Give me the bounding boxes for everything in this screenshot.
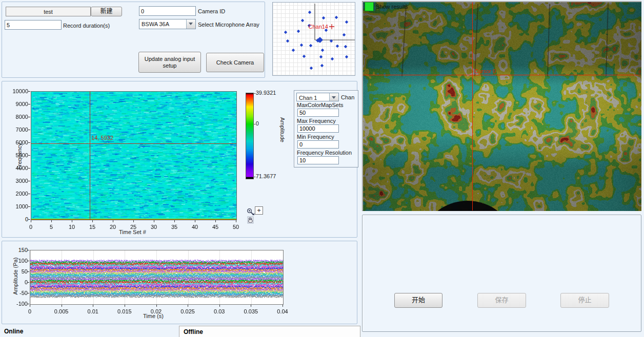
offline-panel-titlebar: Offline <box>179 326 360 337</box>
online-status-label: Online <box>4 328 23 335</box>
mic-dot <box>319 55 323 58</box>
waveform-panel: Amplitude (Pa) Time (s) 150100500-50-100… <box>2 241 357 324</box>
spectrogram-plot[interactable] <box>31 91 237 220</box>
maxcolormapsets-input[interactable] <box>297 109 339 117</box>
check-camera-button[interactable]: Check Camera <box>206 53 264 72</box>
x-tick-label: 0.01 <box>84 308 102 314</box>
y-tick-label: 1000 <box>11 203 28 209</box>
mic-array-label: Select Microphone Array <box>198 22 259 28</box>
colorbar-mid-label: -0 <box>254 120 259 127</box>
control-field-label: Min Frequency <box>297 134 334 140</box>
channel-dropdown[interactable]: Chan 1 <box>296 93 339 101</box>
pan-tool-icon[interactable] <box>247 216 254 224</box>
y-tick-mark <box>28 206 30 207</box>
camera-cursor-hline[interactable] <box>363 75 641 75</box>
x-tick-mark <box>219 305 220 307</box>
cursor-tool-button[interactable]: + <box>255 206 263 215</box>
x-tick-label: 5 <box>45 224 57 230</box>
y-tick-label: 4000 <box>11 165 28 171</box>
spectrogram-cursor-hline[interactable] <box>31 143 236 144</box>
x-tick-label: 0.035 <box>242 308 260 314</box>
x-tick-label: 0 <box>21 308 39 314</box>
y-tick-label: 0 <box>12 279 28 285</box>
show-results-label: Show results <box>376 4 408 10</box>
camera-cursor-vline[interactable] <box>472 2 473 210</box>
camera-heatmap-image <box>363 2 641 211</box>
show-results-checkbox[interactable] <box>365 2 374 11</box>
x-tick-mark <box>174 220 175 222</box>
camera-cursor-label[interactable]: Cursor 0 <box>474 68 496 74</box>
camera-id-input[interactable] <box>139 6 196 16</box>
y-tick-mark <box>28 168 30 168</box>
y-tick-mark <box>27 282 29 283</box>
x-tick-mark <box>156 305 157 307</box>
mic-dot <box>345 20 348 24</box>
y-tick-mark <box>28 155 30 156</box>
chan-cursor-label: Chan14 <box>308 24 328 30</box>
y-tick-mark <box>27 304 29 304</box>
mic-dot <box>321 49 324 52</box>
chevron-down-icon[interactable] <box>329 93 338 101</box>
x-tick-mark <box>51 220 52 222</box>
array-crosshair <box>315 4 355 40</box>
x-tick-mark <box>62 305 62 307</box>
y-tick-label: 9000 <box>11 101 28 107</box>
x-tick-label: 0.015 <box>115 308 134 314</box>
x-tick-label: 35 <box>168 224 180 230</box>
y-tick-label: -50 <box>12 290 28 296</box>
camera-view[interactable]: Cursor 0 Show results <box>362 1 641 211</box>
mic-dot <box>335 16 338 19</box>
min-frequency-input[interactable] <box>297 140 339 149</box>
colorbar <box>246 93 254 179</box>
mic-dot <box>301 19 304 22</box>
x-tick-mark <box>251 305 251 307</box>
x-tick-label: 30 <box>148 224 160 230</box>
y-tick-mark <box>27 293 29 293</box>
camera-id-label: Camera ID <box>198 8 225 14</box>
chevron-down-icon[interactable] <box>186 19 195 29</box>
max-frequency-input[interactable] <box>297 124 339 133</box>
stop-button[interactable]: 停止 <box>560 293 609 308</box>
mic-array-scatter: Chan14 <box>273 3 355 75</box>
mic-dot <box>331 57 334 60</box>
y-tick-label: 100 <box>12 258 28 264</box>
y-tick-label: 2000 <box>11 191 28 197</box>
colorbar-axis-label: Amplitude <box>279 117 286 142</box>
x-tick-mark <box>154 220 154 222</box>
config-panel: test 新建 Camera ID Record duration(s) BSW… <box>2 2 265 78</box>
start-button[interactable]: 开始 <box>394 293 442 308</box>
x-tick-mark <box>236 220 236 222</box>
spectrogram-cursor-vline[interactable] <box>90 91 90 220</box>
zoom-tool-icon[interactable] <box>247 208 254 216</box>
x-tick-label: 20 <box>107 224 119 230</box>
spectrogram-cursor-label[interactable]: 14, 5932 <box>91 135 113 141</box>
waveform-plot[interactable] <box>30 250 284 305</box>
y-tick-mark <box>28 194 30 194</box>
x-tick-label: 45 <box>209 224 222 230</box>
x-tick-label: 40 <box>189 224 201 230</box>
mic-dot <box>308 11 311 14</box>
new-session-button[interactable]: 新建 <box>91 7 122 16</box>
session-name-field[interactable]: test <box>6 7 91 16</box>
x-tick-mark <box>188 305 188 307</box>
y-tick-label: 3000 <box>11 178 28 184</box>
x-tick-mark <box>30 305 30 307</box>
mic-dot <box>297 30 300 33</box>
chan-cursor-cross[interactable] <box>329 24 334 29</box>
y-tick-mark <box>28 91 30 92</box>
x-tick-mark <box>133 220 134 222</box>
update-analog-input-button[interactable]: Update analog input setup <box>138 52 201 73</box>
x-tick-mark <box>113 220 113 222</box>
y-tick-mark <box>27 271 29 272</box>
x-tick-mark <box>215 220 216 222</box>
control-field-label: Frequency Resolution <box>297 150 352 156</box>
x-tick-mark <box>72 220 72 222</box>
x-tick-label: 0.005 <box>52 308 71 314</box>
save-button[interactable]: 保存 <box>477 293 526 308</box>
record-duration-input[interactable] <box>5 20 62 30</box>
y-tick-mark <box>28 104 30 104</box>
mic-dot <box>310 67 313 70</box>
mic-array-dropdown[interactable]: BSWA 36A <box>139 19 196 29</box>
frequency-resolution-input[interactable] <box>297 156 339 164</box>
x-tick-mark <box>125 305 125 307</box>
